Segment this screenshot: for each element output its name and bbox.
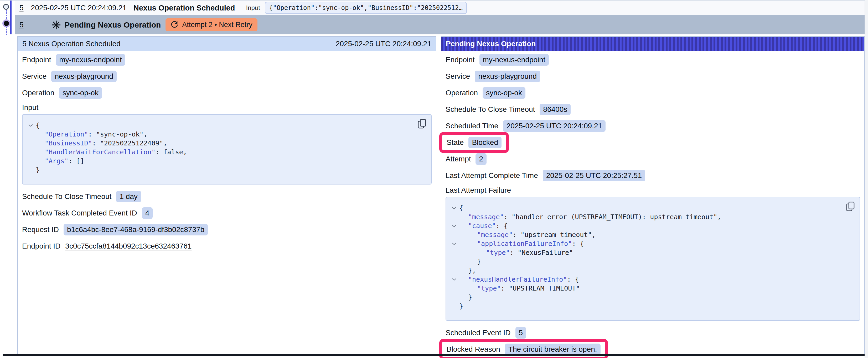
json-key: "applicationFailureInfo" (477, 240, 572, 248)
scheduled-time-row-label: Scheduled Time (445, 122, 498, 130)
json-text: : "handler error (UPSTREAM_TIMEOUT): ups… (504, 213, 721, 221)
code-gutter (25, 139, 36, 148)
workflow-task-completed-event-id-row-label: Workflow Task Completed Event ID (22, 209, 137, 217)
event-id-link[interactable]: 5 (20, 21, 24, 29)
code-line: { (25, 121, 426, 130)
json-key: "type" (477, 285, 501, 292)
json-key: "message" (477, 231, 513, 238)
json-text: } (468, 293, 472, 301)
collapse-chevron-icon[interactable] (449, 275, 459, 284)
json-text: : [] (68, 157, 84, 165)
scheduled-panel-timestamp: 2025-02-25 UTC 20:24:09.21 (336, 40, 431, 48)
collapse-chevron-icon[interactable] (449, 204, 459, 213)
endpoint-id-row: Endpoint ID3c0c75ccfa8144b092c13ce632463… (22, 238, 432, 254)
copy-icon[interactable] (417, 119, 426, 129)
request-id-row-label: Request ID (22, 225, 59, 234)
input-label: Input (246, 4, 260, 11)
json-text: : "upstream timeout", (513, 231, 595, 238)
collapse-chevron-icon[interactable] (449, 222, 459, 230)
json-text: : "sync-op-ok", (88, 130, 148, 138)
code-line: "HandlerWaitForCancellation": false, (25, 148, 426, 157)
attempt-row-label: Attempt (445, 155, 471, 163)
endpoint-row-value-badge: my-nexus-endpoint (479, 54, 549, 66)
json-code-lines: {"Operation": "sync-op-ok","BusinessID":… (25, 121, 426, 174)
schedule-to-close-timeout-row: Schedule To Close Timeout86400s (445, 101, 860, 118)
blocked-reason-row-label: Blocked Reason (446, 345, 500, 354)
workflow-task-completed-event-id-row-value-badge: 4 (142, 207, 153, 219)
code-content: "type": "UPSTREAM_TIMEOUT" (459, 284, 580, 293)
code-line: "type": "UPSTREAM_TIMEOUT" (449, 284, 854, 293)
code-gutter (25, 157, 36, 166)
timeline-rail (2, 0, 2, 358)
code-line: "message": "upstream timeout", (449, 230, 854, 239)
code-line: } (449, 302, 854, 311)
collapse-chevron-icon[interactable] (25, 121, 36, 130)
code-gutter (25, 166, 36, 174)
event-row-scheduled[interactable]: 5 2025-02-25 UTC 20:24:09.21 Nexus Opera… (15, 1, 865, 15)
code-line: "applicationFailureInfo": { (449, 239, 854, 248)
retry-badge-label: Attempt 2 • Next Retry (182, 21, 252, 29)
code-content: "Args": [] (36, 157, 84, 166)
code-gutter (449, 293, 459, 302)
code-line: "BusinessID": "20250225122409", (25, 139, 426, 148)
selected-event-indicator-bar (10, 1, 11, 34)
event-detail-panel-scheduled: 5 Nexus Operation Scheduled 2025-02-25 U… (17, 36, 436, 355)
detail-rows-group: Endpointmy-nexus-endpointServicenexus-pl… (22, 52, 432, 101)
schedule-to-close-timeout-row-value-badge: 86400s (539, 104, 570, 115)
event-title: Nexus Operation Scheduled (133, 4, 235, 12)
code-gutter (25, 130, 36, 139)
retry-attempt-badge: Attempt 2 • Next Retry (165, 19, 257, 31)
json-key: "HandlerWaitForCancellation" (45, 148, 155, 156)
scheduled-event-id-row-label: Scheduled Event ID (445, 329, 511, 337)
detail-rows-group: Endpointmy-nexus-endpointServicenexus-pl… (445, 52, 860, 184)
highlight-annotation-state-row: StateBlocked (439, 132, 509, 153)
code-gutter (449, 284, 459, 293)
operation-row-value-badge: sync-op-ok (483, 87, 525, 99)
code-line: "nexusHandlerFailureInfo": { (449, 275, 854, 284)
code-content: }, (459, 266, 476, 275)
scrollbar-track[interactable] (865, 0, 868, 358)
service-row: Servicenexus-playground (22, 68, 432, 85)
collapse-chevron-icon[interactable] (449, 239, 459, 248)
operation-row: Operationsync-op-ok (22, 85, 432, 101)
scheduled-time-row-value-badge: 2025-02-25 UTC 20:24:09.21 (503, 120, 606, 132)
json-text: { (36, 122, 40, 129)
code-content: "message": "handler error (UPSTREAM_TIME… (459, 213, 721, 222)
endpoint-id-row-link[interactable]: 3c0c75ccfa8144b092c13ce632463761 (65, 242, 191, 250)
code-line: "cause": { (449, 222, 854, 230)
code-line: } (449, 257, 854, 266)
bottom-divider-line (3, 354, 865, 356)
event-id-link[interactable]: 5 (20, 4, 24, 12)
operation-row-label: Operation (445, 89, 478, 97)
json-key: "nexusHandlerFailureInfo" (468, 275, 567, 283)
pending-panel-header: Pending Nexus Operation (441, 37, 864, 51)
input-preview-badge[interactable]: {"Operation":"sync-op-ok","BusinessID":"… (265, 2, 467, 14)
state-row-label: State (446, 138, 464, 147)
last-attempt-complete-time-row-value-badge: 2025-02-25 UTC 20:25:27.51 (543, 170, 645, 182)
code-content: "HandlerWaitForCancellation": false, (36, 148, 187, 157)
input-block-label: Input (22, 101, 432, 114)
state-row: StateBlocked (445, 134, 860, 151)
code-content: "Operation": "sync-op-ok", (36, 130, 147, 139)
json-text: : { (572, 240, 584, 248)
schedule-to-close-timeout-row-value-badge: 1 day (116, 191, 141, 202)
endpoint-id-row-label: Endpoint ID (22, 242, 60, 250)
operation-row-value-badge: sync-op-ok (59, 87, 102, 99)
timeline-dot-selected[interactable] (4, 21, 9, 26)
code-gutter (449, 266, 459, 275)
scheduled-time-row: Scheduled Time2025-02-25 UTC 20:24:09.21 (445, 118, 860, 134)
code-content: "cause": { (459, 222, 508, 230)
json-text: } (477, 258, 481, 265)
code-line: } (449, 293, 854, 302)
code-line: "Operation": "sync-op-ok", (25, 130, 426, 139)
operation-row: Operationsync-op-ok (445, 85, 860, 101)
pending-panel-title: Pending Nexus Operation (446, 40, 536, 48)
copy-icon[interactable] (846, 202, 855, 211)
code-line: { (449, 204, 854, 213)
event-row-pending[interactable]: 5 Pending Nexus Operation Attempt 2 • Ne… (15, 15, 865, 34)
json-viewer-failure: {"message": "handler error (UPSTREAM_TIM… (445, 197, 860, 321)
endpoint-row-label: Endpoint (445, 56, 475, 64)
timeline-dot-open[interactable] (3, 4, 9, 10)
json-text: : { (496, 222, 507, 230)
detail-rows-group: Scheduled Event ID5Blocked ReasonThe cir… (445, 324, 860, 357)
